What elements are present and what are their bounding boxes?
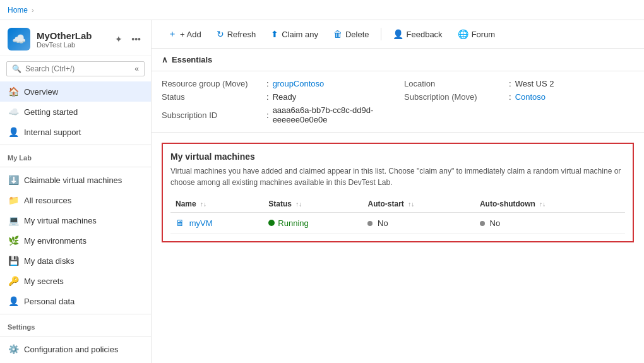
breadcrumb-home[interactable]: Home [8,6,28,15]
feedback-icon: 👤 [393,29,403,39]
sidebar-item-my-secrets-label: My secrets [24,277,64,286]
status-dot [268,220,275,226]
all-resources-icon: 📁 [8,194,19,206]
sidebar-item-my-secrets[interactable]: 🔑 My secrets [0,271,151,291]
collapse-button[interactable]: « [134,64,139,73]
sidebar-item-getting-started-label: Getting started [24,107,78,117]
essentials-title: Essentials [172,55,212,64]
essentials-resource-group-label: Resource group (Move) [162,79,263,88]
vm-col-name-label: Name [176,199,196,208]
divider-4 [0,336,151,336]
divider-2 [0,167,151,167]
feedback-label: Feedback [407,30,443,39]
vm-status-value: Running [268,218,357,228]
auto-shutdown-dot [480,221,485,226]
vm-col-status-sort: ↑↓ [295,201,302,208]
lab-name: MyOtherLab [37,30,92,41]
delete-button[interactable]: 🗑 Delete [327,26,376,42]
vm-name-link[interactable]: myVM [189,218,213,228]
vm-col-auto-start-sort: ↑↓ [408,201,414,208]
lab-actions: ✦ ••• [112,33,143,45]
getting-started-icon: ☁️ [8,106,19,117]
sidebar-item-internal-support[interactable]: 👤 Internal support [0,122,151,142]
essentials-subscription-value[interactable]: Contoso [515,92,546,102]
essentials-location-label: Location [404,79,505,88]
essentials-colon-2: : [266,92,269,102]
forum-icon: 🌐 [458,29,468,39]
essentials-location: Location : West US 2 [404,79,634,88]
sidebar-item-my-data-disks[interactable]: 💾 My data disks [0,251,151,271]
essentials-grid: Resource group (Move) : groupContoso Loc… [152,71,644,133]
lab-info: MyOtherLab DevTest Lab [37,30,92,49]
essentials-subscription: Subscription (Move) : Contoso [404,92,634,102]
vm-status-text: Running [278,218,308,228]
essentials-colon-5: : [266,110,269,120]
feedback-button[interactable]: 👤 Feedback [386,26,449,42]
essentials-header[interactable]: ∧ Essentials [152,49,644,71]
sidebar-item-config-policies[interactable]: ⚙️ Configuration and policies [0,339,151,359]
sidebar-item-overview[interactable]: 🏠 Overview [0,81,151,102]
vm-col-status[interactable]: Status ↑↓ [263,196,362,213]
sidebar-item-my-environments[interactable]: 🌿 My environments [0,230,151,251]
content-area: ∧ Essentials Resource group (Move) : gro… [152,49,644,363]
pin-button[interactable]: ✦ [112,33,125,45]
sidebar-item-claimable-vms-label: Claimable virtual machines [24,176,122,185]
essentials-status-value: Ready [273,92,297,102]
sidebar: ☁️ MyOtherLab DevTest Lab ✦ ••• 🔍 « 🏠 Ov… [0,20,152,363]
sidebar-item-config-policies-label: Configuration and policies [24,345,119,354]
forum-button[interactable]: 🌐 Forum [451,26,502,42]
claim-any-label: Claim any [282,30,318,39]
sidebar-item-overview-label: Overview [24,87,58,97]
vm-col-name[interactable]: Name ↑↓ [170,196,263,213]
sidebar-item-getting-started[interactable]: ☁️ Getting started [0,102,151,122]
claim-any-button[interactable]: ⬆ Claim any [265,26,325,42]
vm-col-auto-shutdown[interactable]: Auto-shutdown ↑↓ [475,196,625,213]
vm-status-cell: Running [263,213,362,234]
essentials-status-label: Status [162,92,263,102]
sidebar-item-my-vms[interactable]: 💻 My virtual machines [0,210,151,230]
vm-col-auto-shutdown-sort: ↑↓ [539,201,546,208]
nav-top: 🏠 Overview ☁️ Getting started 👤 Internal… [0,81,151,142]
sidebar-item-personal-data-label: Personal data [24,297,75,306]
my-environments-icon: 🌿 [8,235,19,246]
top-bar: Home › [0,0,644,20]
search-input[interactable] [25,64,131,73]
breadcrumb-separator: › [32,6,34,14]
vm-section-title: My virtual machines [170,152,625,162]
vm-auto-start-value: No [378,218,388,228]
my-vms-icon: 💻 [8,215,19,226]
essentials-resource-group: Resource group (Move) : groupContoso [162,79,391,88]
claimable-vms-icon: ⬇️ [8,174,19,186]
more-button[interactable]: ••• [129,33,143,45]
settings-section-label: Settings [0,317,151,333]
essentials-colon-3: : [509,79,511,88]
add-icon: ＋ [168,28,177,40]
sidebar-item-internal-support-label: Internal support [24,128,81,137]
toolbar-separator [381,28,381,40]
search-box: 🔍 « [6,61,145,76]
essentials-subscription-id: Subscription ID : aaaa6a6a-bb7b-cc8c-dd9… [162,105,391,124]
forum-label: Forum [472,30,496,39]
essentials-subscription-id-label: Subscription ID [162,110,263,120]
sidebar-item-claimable-vms[interactable]: ⬇️ Claimable virtual machines [0,170,151,190]
overview-icon: 🏠 [8,86,19,97]
sidebar-item-personal-data[interactable]: 👤 Personal data [0,291,151,311]
vm-row-icon: 🖥 [176,218,184,228]
essentials-resource-group-value[interactable]: groupContoso [273,79,325,88]
internal-support-icon: 👤 [8,126,19,138]
sidebar-item-all-resources[interactable]: 📁 All resources [0,190,151,210]
delete-label: Delete [345,30,369,39]
add-label: + Add [180,30,201,39]
vm-col-auto-start[interactable]: Auto-start ↑↓ [362,196,474,213]
vm-table-header-row: Name ↑↓ Status ↑↓ Auto-start ↑↓ [170,196,625,213]
add-button[interactable]: ＋ + Add [162,25,208,43]
personal-data-icon: 👤 [8,295,19,307]
essentials-location-value: West US 2 [515,79,554,88]
search-icon: 🔍 [12,64,21,73]
divider-1 [0,145,151,145]
vm-col-status-label: Status [268,199,292,208]
toolbar: ＋ + Add ↻ Refresh ⬆ Claim any 🗑 Delete 👤… [152,20,644,49]
essentials-subscription-label: Subscription (Move) [404,92,505,102]
my-lab-section-label: My Lab [0,148,151,164]
refresh-button[interactable]: ↻ Refresh [210,26,263,42]
